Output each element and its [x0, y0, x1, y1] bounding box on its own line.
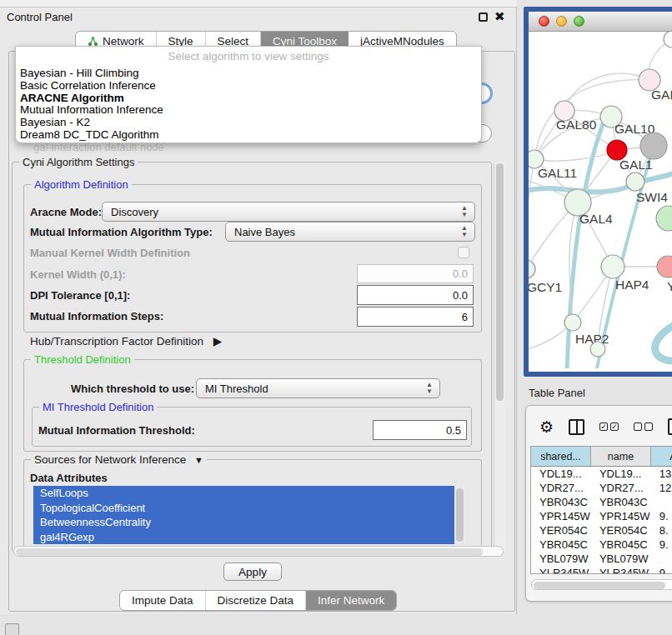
stepper-icon: ▲▼: [461, 225, 468, 238]
table-row[interactable]: YBR045CYBR045C9.: [531, 538, 672, 552]
table-hscrollbar-thumb[interactable]: [534, 582, 665, 589]
table-column-header[interactable]: shared...: [531, 447, 591, 466]
table-row[interactable]: YLR345WYLR345W9.: [531, 566, 672, 574]
network-node[interactable]: [664, 32, 672, 48]
algorithm-dropdown-list: Bayesian - Hill ClimbingBasic Correlatio…: [16, 67, 481, 141]
table-row[interactable]: YDR27...YDR27...12: [531, 481, 672, 495]
network-node-label: GAL1: [619, 158, 653, 172]
algorithm-option[interactable]: Dream8 DC_TDC Algorithm: [16, 128, 481, 141]
unchecked-pair-icon[interactable]: [634, 422, 653, 431]
collapsed-panel-icon[interactable]: [5, 623, 19, 635]
table-hscrollbar[interactable]: [531, 579, 672, 590]
network-node-hap2[interactable]: [564, 314, 581, 331]
page-icon[interactable]: [668, 418, 672, 435]
network-node-gcy1[interactable]: [529, 260, 535, 278]
table-cell: YBR045C: [591, 538, 651, 552]
algorithm-option[interactable]: ARACNE Algorithm: [16, 92, 481, 104]
table-cell: YLR345W: [591, 566, 651, 574]
table-cell: 9.: [651, 509, 672, 523]
table-column-header[interactable]: name: [591, 447, 651, 466]
dpi-tolerance-field[interactable]: 0.0: [357, 285, 474, 305]
close-traffic-light-icon[interactable]: [539, 16, 549, 27]
sources-title-text: Sources for Network Inference: [34, 453, 186, 466]
table-cell: YBR043C: [531, 495, 591, 509]
apply-button[interactable]: Apply: [223, 562, 282, 581]
manual-kernel-checkbox[interactable]: [458, 247, 469, 258]
table-cell: 9.: [651, 538, 672, 552]
aracne-mode-label: Aracne Mode:: [30, 206, 102, 218]
table-row[interactable]: YDL19...YDL19...13: [531, 467, 672, 481]
split-column-icon[interactable]: [569, 419, 584, 435]
close-icon[interactable]: ✖: [494, 9, 505, 24]
network-node[interactable]: [656, 206, 672, 231]
bottom-tab-impute-data[interactable]: Impute Data: [120, 591, 206, 610]
kernel-width-field[interactable]: 0.0: [357, 264, 474, 283]
settings-scrollbar-thumb[interactable]: [496, 163, 504, 401]
algorithm-option[interactable]: Bayesian - Hill Climbing: [16, 67, 481, 79]
network-node-y[interactable]: [657, 256, 672, 278]
hub-definition-expander[interactable]: Hub/Transcription Factor Definition ▶: [30, 334, 222, 348]
bottom-tabs: Impute DataDiscretize DataInfer Network: [119, 590, 397, 611]
settings-hscrollbar-thumb[interactable]: [16, 548, 483, 556]
data-attribute-item[interactable]: BetweennessCentrality: [33, 515, 454, 530]
table-cell: YBR045C: [531, 538, 591, 552]
which-threshold-label: Which threshold to use:: [71, 382, 194, 395]
gear-icon[interactable]: ⚙: [539, 419, 554, 435]
expander-right-icon: ▶: [213, 335, 222, 348]
bottom-tab-discretize-data[interactable]: Discretize Data: [206, 591, 307, 610]
data-attribute-item[interactable]: gal4RGexp: [33, 530, 454, 545]
threshold-definition-title: Threshold Definition: [31, 353, 134, 366]
bottom-tab-infer-network[interactable]: Infer Network: [306, 591, 396, 610]
stepper-icon: ▲▼: [461, 205, 468, 218]
table-cell: YDL19...: [591, 467, 651, 481]
kernel-width-label: Kernel Width (0,1):: [30, 268, 126, 281]
table-cell: 8.: [651, 523, 672, 538]
algorithm-option[interactable]: Mutual Information Inference: [16, 103, 481, 116]
table-row[interactable]: YBL079WYBL079W: [531, 552, 672, 566]
table-cell: YPR145W: [591, 509, 651, 523]
mi-type-label: Mutual Information Algorithm Type:: [30, 226, 213, 238]
network-node[interactable]: [590, 342, 605, 357]
table-cell: YBL079W: [531, 552, 591, 566]
data-attributes-label: Data Attributes: [30, 472, 108, 484]
table-cell: YLR345W: [531, 566, 591, 574]
network-window-titlebar[interactable]: [529, 12, 672, 32]
table-panel-title: Table Panel: [529, 387, 585, 399]
network-node-label: HAP4: [615, 278, 649, 292]
manual-kernel-label: Manual Kernel Width Definition: [30, 247, 190, 259]
table-header-row: shared...nameA: [531, 447, 672, 467]
zoom-traffic-light-icon[interactable]: [574, 16, 584, 27]
mi-threshold-field[interactable]: 0.5: [373, 420, 467, 440]
checked-pair-icon[interactable]: ✓✓: [599, 422, 619, 431]
table-row[interactable]: YER054CYER054C8.: [531, 523, 672, 538]
data-attribute-item[interactable]: SelfLoops: [33, 486, 454, 501]
aracne-mode-combo[interactable]: Discovery ▲▼: [102, 202, 475, 222]
screenshot-root: Control Panel ✖ NetworkStyleSelectCyni T…: [0, 0, 672, 635]
settings-hscrollbar[interactable]: [13, 546, 504, 557]
expander-down-icon: ▼: [194, 455, 203, 465]
network-node-label: GCY1: [529, 280, 562, 294]
algorithm-option[interactable]: Bayesian - K2: [16, 116, 481, 128]
sources-group-title[interactable]: Sources for Network Inference ▼: [31, 453, 207, 466]
attributes-scrollbar-thumb[interactable]: [456, 488, 464, 542]
float-window-icon[interactable]: [479, 12, 488, 22]
mi-type-combo[interactable]: Naive Bayes ▲▼: [225, 222, 475, 242]
table-column-header[interactable]: A: [651, 447, 672, 466]
network-node-hap4[interactable]: [601, 255, 624, 278]
network-node-swi4[interactable]: [626, 172, 644, 191]
algorithm-dropdown-prompt: Select algorithm to view settings: [16, 47, 481, 67]
bottom-tab-label: Discretize Data: [218, 594, 294, 607]
top-strip: [0, 0, 517, 7]
network-view[interactable]: GALGAL80GAL10GAL1GAL11SWI4GAL4GCY1HAP4YH…: [529, 32, 672, 372]
bottom-tab-label: Impute Data: [132, 594, 193, 607]
table-row[interactable]: YPR145WYPR145W9.: [531, 509, 672, 523]
data-attribute-item[interactable]: TopologicalCoefficient: [33, 501, 454, 516]
table-row[interactable]: YBR043CYBR043C: [531, 495, 672, 509]
network-node[interactable]: [640, 132, 667, 159]
data-attributes-list[interactable]: SelfLoopsTopologicalCoefficientBetweenne…: [33, 486, 454, 546]
mi-steps-field[interactable]: 6: [357, 307, 474, 327]
settings-scrollbar-track[interactable]: [494, 162, 505, 552]
minimize-traffic-light-icon[interactable]: [556, 16, 567, 27]
algorithm-option[interactable]: Basic Correlation Inference: [16, 79, 481, 92]
which-threshold-combo[interactable]: MI Threshold ▲▼: [196, 378, 440, 398]
